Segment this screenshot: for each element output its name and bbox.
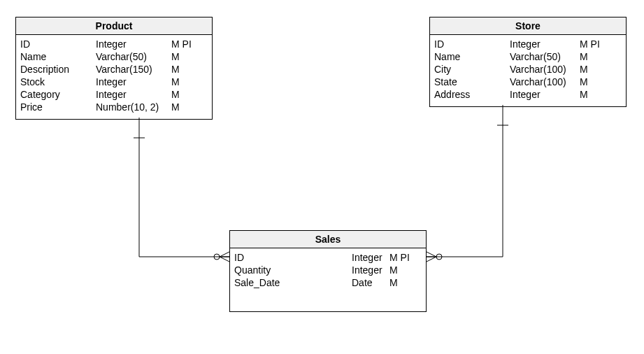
svg-line-9 [427, 257, 436, 262]
attr-flags: M [580, 76, 588, 88]
attr-type: Number(10, 2) [96, 101, 171, 113]
attr-type: Varchar(50) [510, 50, 580, 63]
attr-row: Name Varchar(50) M [434, 50, 622, 63]
attr-type: Integer [510, 88, 580, 101]
attr-type: Integer [96, 38, 171, 50]
entity-body-store: ID Integer M PI Name Varchar(50) M City … [430, 35, 626, 106]
attr-flags: M [389, 264, 398, 276]
attr-name: ID [234, 251, 352, 264]
attr-type: Varchar(150) [96, 63, 171, 76]
attr-name: Name [20, 50, 96, 63]
attr-flags: M PI [389, 251, 410, 264]
attr-row: Description Varchar(150) M [20, 63, 208, 76]
attr-row: Category Integer M [20, 88, 208, 101]
svg-line-7 [427, 252, 436, 257]
attr-type: Integer [352, 264, 389, 276]
attr-name: Description [20, 63, 96, 76]
attr-row: Name Varchar(50) M [20, 50, 208, 63]
attr-name: State [434, 76, 510, 88]
svg-point-1 [214, 254, 220, 260]
svg-line-2 [220, 252, 229, 257]
entity-store: Store ID Integer M PI Name Varchar(50) M… [429, 17, 627, 107]
attr-flags: M [171, 88, 180, 101]
attr-row: State Varchar(100) M [434, 76, 622, 88]
attr-row: City Varchar(100) M [434, 63, 622, 76]
attr-row: ID Integer M PI [434, 38, 622, 50]
attr-flags: M [389, 276, 398, 289]
attr-flags: M [171, 50, 180, 63]
attr-row: Stock Integer M [20, 76, 208, 88]
entity-body-sales: ID Integer M PI Quantity Integer M Sale_… [230, 248, 426, 311]
attr-flags: M [171, 76, 180, 88]
attr-type: Varchar(100) [510, 76, 580, 88]
entity-title-product: Product [16, 17, 212, 35]
attr-flags: M PI [171, 38, 192, 50]
svg-line-4 [220, 257, 229, 262]
attr-flags: M [580, 88, 588, 101]
svg-point-6 [436, 254, 442, 260]
attr-flags: M [171, 63, 180, 76]
attr-name: Stock [20, 76, 96, 88]
entity-title-sales: Sales [230, 231, 426, 248]
attr-row: ID Integer M PI [20, 38, 208, 50]
attr-row: Quantity Integer M [234, 264, 422, 276]
attr-type: Integer [510, 38, 580, 50]
attr-name: Price [20, 101, 96, 113]
attr-name: Sale_Date [234, 276, 352, 289]
attr-type: Varchar(50) [96, 50, 171, 63]
attr-name: Category [20, 88, 96, 101]
attr-flags: M [171, 101, 180, 113]
attr-row: ID Integer M PI [234, 251, 422, 264]
entity-product: Product ID Integer M PI Name Varchar(50)… [15, 17, 213, 120]
attr-type: Varchar(100) [510, 63, 580, 76]
attr-name: City [434, 63, 510, 76]
attr-name: Quantity [234, 264, 352, 276]
attr-type: Date [352, 276, 389, 289]
attr-name: ID [434, 38, 510, 50]
attr-name: Address [434, 88, 510, 101]
attr-flags: M PI [580, 38, 600, 50]
attr-name: ID [20, 38, 96, 50]
attr-type: Integer [96, 88, 171, 101]
attr-flags: M [580, 50, 588, 63]
attr-row: Address Integer M [434, 88, 622, 101]
attr-row: Price Number(10, 2) M [20, 101, 208, 113]
entity-title-store: Store [430, 17, 626, 35]
attr-type: Integer [352, 251, 389, 264]
attr-row: Sale_Date Date M [234, 276, 422, 289]
attr-name: Name [434, 50, 510, 63]
entity-sales: Sales ID Integer M PI Quantity Integer M… [229, 230, 427, 312]
attr-type: Integer [96, 76, 171, 88]
attr-flags: M [580, 63, 588, 76]
entity-body-product: ID Integer M PI Name Varchar(50) M Descr… [16, 35, 212, 119]
